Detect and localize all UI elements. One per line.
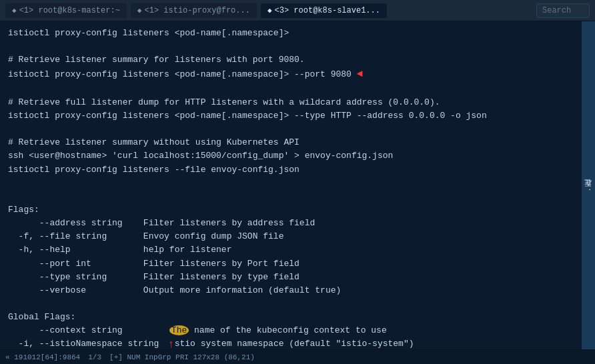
line-verbose: --verbose Output more information (defau… [8, 284, 572, 297]
line-context: --context string The name of the kubecon… [8, 324, 572, 337]
side-panel: 正在... [582, 21, 595, 349]
status-bar: « 191012[64]:9864 1/3 [+] NUM InpGrp PRI… [0, 349, 595, 364]
terminal-body: 正在... istioctl proxy-config listeners <p… [0, 21, 595, 349]
tab-3-label: <3> root@k8s-slave1... [275, 6, 380, 15]
side-panel-text: 正在... [584, 179, 594, 192]
tab-3-icon: ◆ [267, 6, 272, 15]
line-istio: -i, --istioNamespace string ↑ stio syste… [8, 337, 572, 349]
line-1: istioctl proxy-config listeners <pod-nam… [8, 27, 572, 40]
tab-2-label: <1> istio-proxy@fro... [144, 6, 249, 15]
line-address: --address string Filter listeners by add… [8, 217, 572, 230]
line-3: # Retrieve listener summary for listener… [8, 53, 572, 67]
line-4: istioctl proxy-config listeners <pod-nam… [8, 67, 572, 82]
tab-1-icon: ◆ [12, 6, 17, 15]
tab-2[interactable]: ◆ <1> istio-proxy@fro... [131, 3, 257, 18]
red-arrow-up: ◄ [357, 67, 363, 82]
line-port: --port int Filter listeners by Port fiel… [8, 257, 572, 271]
terminal-window: ◆ <1> root@k8s-master:~ ◆ <1> istio-prox… [0, 0, 595, 364]
highlight-the: The [169, 325, 189, 335]
line-help: -h, --help help for listener [8, 243, 572, 257]
status-modes: [+] NUM InpGrp PRI 127x28 (86,21) [109, 353, 255, 361]
line-global: Global Flags: [8, 311, 572, 324]
tab-2-icon: ◆ [137, 6, 142, 15]
cursor-pos: ↑ [169, 337, 175, 349]
tab-1-label: <1> root@k8s-master:~ [19, 6, 120, 15]
tab-1[interactable]: ◆ <1> root@k8s-master:~ [5, 3, 127, 18]
line-flags: Flags: [8, 203, 572, 217]
status-position: « 191012[64]:9864 [5, 353, 80, 361]
title-bar: ◆ <1> root@k8s-master:~ ◆ <1> istio-prox… [0, 0, 595, 21]
search-input[interactable] [536, 3, 590, 18]
line-10: ssh <user@hostname> 'curl localhost:1500… [8, 149, 572, 163]
status-line-info: 1/3 [88, 353, 101, 361]
line-6: # Retrieve full listener dump for HTTP l… [8, 96, 572, 109]
line-7: istioctl proxy-config listeners <pod-nam… [8, 109, 572, 123]
line-type: --type string Filter listeners by type f… [8, 271, 572, 284]
line-9: # Retrieve listener summary without usin… [8, 136, 572, 149]
line-11: istioctl proxy-config listeners --file e… [8, 163, 572, 177]
tab-3[interactable]: ◆ <3> root@k8s-slave1... [261, 3, 387, 18]
line-file: -f, --file string Envoy config dump JSON… [8, 230, 572, 243]
